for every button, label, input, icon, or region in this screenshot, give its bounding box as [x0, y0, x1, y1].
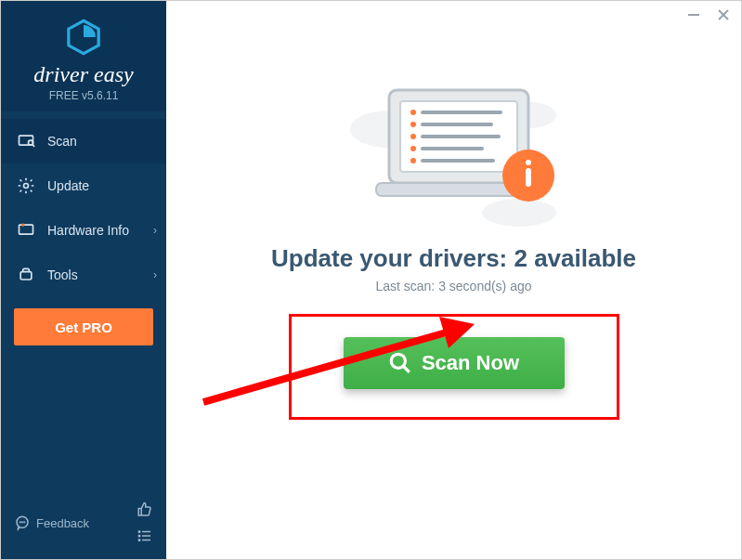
chevron-right-icon: ›	[153, 224, 157, 237]
scan-now-button[interactable]: Scan Now	[344, 337, 565, 389]
scan-now-label: Scan Now	[422, 351, 519, 375]
svg-line-3	[33, 144, 35, 147]
svg-point-23	[482, 199, 556, 227]
chat-icon[interactable]	[14, 514, 31, 531]
nav-item-hardware[interactable]: Hardware Info ›	[1, 208, 166, 253]
sidebar: driver easy FREE v5.6.11 Scan	[1, 1, 166, 559]
laptop-illustration	[333, 73, 575, 231]
svg-line-41	[403, 366, 410, 372]
svg-point-14	[138, 535, 140, 537]
svg-point-9	[20, 522, 20, 523]
feedback-label[interactable]: Feedback	[36, 516, 137, 530]
svg-point-34	[410, 158, 416, 163]
svg-point-4	[24, 184, 29, 189]
svg-point-32	[410, 146, 416, 151]
svg-point-6	[21, 224, 24, 227]
svg-point-10	[22, 522, 23, 523]
svg-rect-39	[526, 168, 531, 187]
svg-rect-5	[20, 225, 33, 234]
svg-point-30	[410, 134, 416, 139]
brand-name: driver easy	[1, 62, 166, 87]
svg-point-11	[24, 522, 25, 523]
nav-label-hardware: Hardware Info	[47, 223, 129, 238]
tools-icon	[16, 265, 36, 285]
nav-label-tools: Tools	[47, 267, 78, 282]
gear-icon	[16, 176, 36, 196]
svg-point-38	[526, 160, 531, 165]
svg-point-16	[138, 540, 140, 541]
nav-label-scan: Scan	[47, 134, 77, 149]
svg-rect-7	[20, 272, 32, 280]
logo-icon	[64, 18, 103, 57]
window-controls	[685, 7, 732, 23]
chevron-right-icon: ›	[153, 268, 157, 281]
search-icon	[388, 351, 412, 375]
nav-label-update: Update	[47, 178, 89, 193]
get-pro-button[interactable]: Get PRO	[14, 308, 153, 345]
close-button[interactable]	[715, 7, 732, 23]
svg-point-28	[410, 122, 416, 127]
logo-block: driver easy FREE v5.6.11	[1, 1, 166, 111]
svg-point-40	[391, 354, 405, 368]
main-panel: Update your drivers: 2 available Last sc…	[166, 1, 741, 559]
nav: Scan Update Hardware I	[1, 119, 166, 297]
nav-item-scan[interactable]: Scan	[1, 119, 166, 163]
nav-item-tools[interactable]: Tools ›	[1, 253, 166, 297]
nav-item-update[interactable]: Update	[1, 163, 166, 208]
sidebar-footer: Feedback	[1, 492, 166, 559]
headline: Update your drivers: 2 available	[271, 244, 636, 273]
last-scan-label: Last scan: 3 second(s) ago	[375, 279, 531, 293]
version-label: FREE v5.6.11	[1, 89, 166, 102]
menu-list-icon[interactable]	[137, 527, 153, 544]
svg-point-12	[138, 531, 140, 533]
thumbs-up-icon[interactable]	[137, 501, 153, 518]
scan-icon	[16, 131, 36, 151]
hardware-icon	[16, 220, 36, 241]
minimize-button[interactable]	[685, 7, 702, 23]
scan-highlight-box: Scan Now	[289, 314, 619, 420]
svg-point-26	[410, 110, 416, 115]
